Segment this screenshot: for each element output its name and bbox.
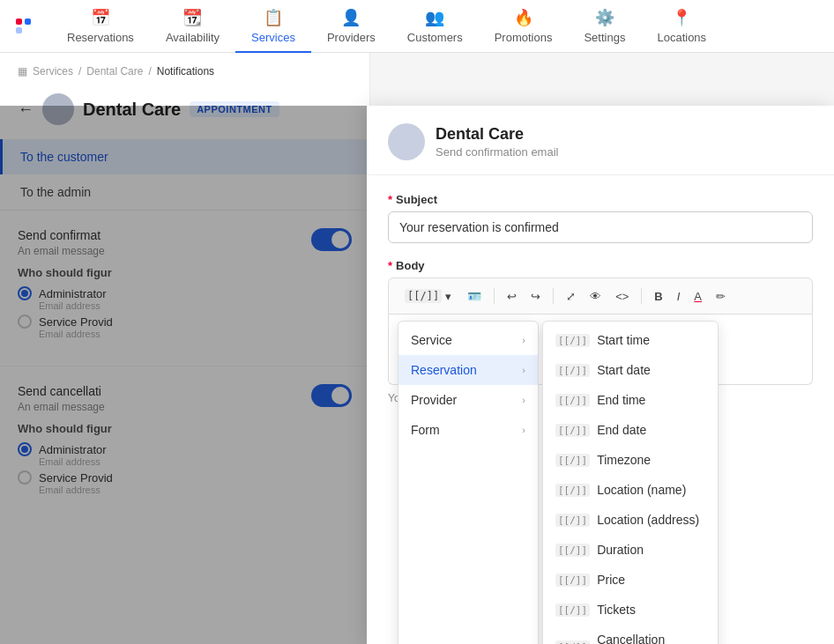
tag-code-icon: [[/]] xyxy=(555,454,590,467)
tag-button[interactable]: [[/]] ▾ xyxy=(398,285,458,307)
sub-item-price[interactable]: [[/]] Price xyxy=(543,565,718,595)
sub-item-start-time[interactable]: [[/]] Start time xyxy=(543,325,718,355)
tag-code-icon: [[/]] xyxy=(555,364,590,377)
preview-button[interactable]: 👁 xyxy=(585,286,607,307)
redo-button[interactable]: ↪ xyxy=(525,286,546,307)
customers-icon: 👥 xyxy=(425,8,444,27)
reservation-submenu: [[/]] Start time [[/]] Start date [[/]] xyxy=(542,321,719,644)
menu-item-reservation[interactable]: Reservation › xyxy=(398,355,538,385)
modal-body: * Subject * Body xyxy=(367,175,834,644)
settings-icon: ⚙️ xyxy=(595,8,614,27)
nav-item-reservations[interactable]: 📅 Reservations xyxy=(51,1,150,54)
italic-button[interactable]: I xyxy=(672,286,686,307)
breadcrumb-icon: ▦ xyxy=(18,65,27,78)
subject-input[interactable] xyxy=(388,211,813,243)
nav-item-services[interactable]: 📋 Services xyxy=(235,1,311,54)
tag-dropdown[interactable]: [[/]] ▾ Service › xyxy=(398,285,458,307)
promotions-icon: 🔥 xyxy=(514,8,533,27)
tag-code-icon: [[/]] xyxy=(555,640,590,645)
tag-code-icon: [[/]] xyxy=(555,574,590,587)
main-nav: 📅 Reservations 📆 Availability 📋 Services… xyxy=(51,0,722,53)
toolbar-divider xyxy=(494,288,495,304)
chevron-right-icon: › xyxy=(522,395,525,405)
tag-code-icon: [[/]] xyxy=(555,424,590,437)
body-label: * Body xyxy=(388,259,813,272)
highlight-button[interactable]: ✏ xyxy=(711,286,731,307)
subject-label: * Subject xyxy=(388,193,813,206)
sub-item-duration[interactable]: [[/]] Duration xyxy=(543,535,718,565)
sub-item-location-name[interactable]: [[/]] Location (name) xyxy=(543,475,718,505)
tag-code-icon: [[/]] xyxy=(555,334,590,347)
tag-code-icon: [[/]] xyxy=(555,603,590,617)
tag-code-icon: [[/]] xyxy=(555,484,590,497)
menu-item-provider[interactable]: Provider › xyxy=(398,385,538,415)
modal-header: Dental Care Send confirmation email xyxy=(367,106,834,175)
nav-item-settings[interactable]: ⚙️ Settings xyxy=(568,1,641,54)
sub-item-tickets[interactable]: [[/]] Tickets xyxy=(543,595,718,625)
breadcrumb: ▦ Services / Dental Care / Notifications xyxy=(0,53,369,90)
main-area: ▦ Services / Dental Care / Notifications… xyxy=(0,53,834,644)
body-field-group: * Body [[/]] ▾ xyxy=(388,259,813,404)
modal: Dental Care Send confirmation email * Su… xyxy=(367,106,834,644)
chevron-right-icon: › xyxy=(522,335,525,345)
fullscreen-button[interactable]: ⤢ xyxy=(561,286,581,307)
reservations-icon: 📅 xyxy=(91,8,110,27)
tag-code-icon: [[/]] xyxy=(555,514,590,527)
rich-text-toolbar: [[/]] ▾ Service › xyxy=(388,278,813,315)
source-button[interactable]: <> xyxy=(610,286,634,307)
nav-item-locations[interactable]: 📍 Locations xyxy=(641,1,722,54)
person-icon-button[interactable]: 🪪 xyxy=(462,286,487,307)
chevron-right-icon: › xyxy=(522,365,525,375)
sub-item-end-time[interactable]: [[/]] End time xyxy=(543,385,718,415)
sub-item-end-date[interactable]: [[/]] End date xyxy=(543,415,718,445)
toolbar-divider3 xyxy=(641,288,642,304)
toolbar-divider2 xyxy=(553,288,554,304)
primary-menu: Service › Reservation › Provider xyxy=(398,321,539,644)
tag-icon: [[/]] xyxy=(405,289,442,303)
providers-icon: 👤 xyxy=(341,8,361,27)
undo-button[interactable]: ↩ xyxy=(502,286,522,307)
nav-item-promotions[interactable]: 🔥 Promotions xyxy=(479,1,569,54)
modal-title: Dental Care xyxy=(436,125,558,144)
color-button[interactable]: A xyxy=(689,286,707,307)
tag-code-icon: [[/]] xyxy=(555,544,590,557)
nav-item-availability[interactable]: 📆 Availability xyxy=(150,1,235,54)
chevron-right-icon: › xyxy=(522,425,525,435)
modal-subtitle: Send confirmation email xyxy=(436,145,558,159)
menu-item-form[interactable]: Form › xyxy=(398,415,538,445)
tag-chevron-icon: ▾ xyxy=(445,290,451,303)
sub-item-location-address[interactable]: [[/]] Location (address) xyxy=(543,505,718,535)
services-icon: 📋 xyxy=(264,8,283,27)
nav-item-customers[interactable]: 👥 Customers xyxy=(391,1,479,54)
nav-item-providers[interactable]: 👤 Providers xyxy=(311,1,391,54)
sub-item-timezone[interactable]: [[/]] Timezone xyxy=(543,445,718,475)
sub-item-cancellation-reason[interactable]: [[/]] Cancellation reason xyxy=(543,625,718,644)
tag-code-icon: [[/]] xyxy=(555,394,590,407)
sub-item-start-date[interactable]: [[/]] Start date xyxy=(543,355,718,385)
bold-button[interactable]: B xyxy=(649,286,667,307)
top-navigation: 📅 Reservations 📆 Availability 📋 Services… xyxy=(0,0,834,53)
menu-wrapper: Service › Reservation › Provider xyxy=(398,321,719,644)
locations-icon: 📍 xyxy=(672,8,691,27)
availability-icon: 📆 xyxy=(182,8,202,27)
app-logo xyxy=(9,12,37,41)
modal-overlay[interactable]: Dental Care Send confirmation email * Su… xyxy=(0,106,834,644)
modal-avatar xyxy=(388,123,425,160)
subject-field-group: * Subject xyxy=(388,193,813,243)
menu-item-service[interactable]: Service › xyxy=(398,325,538,355)
